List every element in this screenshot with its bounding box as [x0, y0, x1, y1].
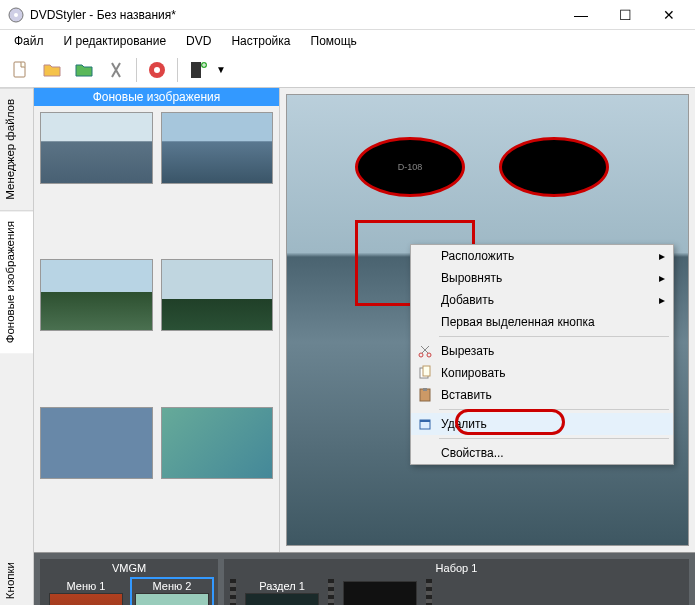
svg-rect-10: [423, 366, 430, 376]
menu-settings[interactable]: Настройка: [223, 32, 298, 50]
menu-help[interactable]: Помощь: [303, 32, 365, 50]
menu2-item[interactable]: Меню 2: [132, 579, 212, 605]
clipboard-icon: [417, 387, 433, 403]
clip2-thumb: [343, 581, 417, 605]
menu2-thumb: [135, 593, 209, 605]
film-strip-icon: [230, 579, 236, 605]
save-button[interactable]: [70, 56, 98, 84]
menu-separator: [439, 438, 669, 439]
ctx-paste[interactable]: Вставить: [411, 384, 673, 406]
clip1-thumb: [245, 593, 319, 605]
burn-button[interactable]: [143, 56, 171, 84]
menu1-item[interactable]: Меню 1: [46, 579, 126, 605]
ctx-copy-label: Копировать: [441, 366, 506, 380]
menu-file[interactable]: Файл: [6, 32, 52, 50]
new-button[interactable]: [6, 56, 34, 84]
menu1-label: Меню 1: [67, 579, 106, 593]
left-sidetabs: Менеджер файлов Фоновые изображения: [0, 88, 34, 552]
ctx-copy[interactable]: Копировать: [411, 362, 673, 384]
set1-header: Набор 1: [226, 561, 687, 575]
ctx-align[interactable]: Выровнять▸: [411, 267, 673, 289]
svg-point-8: [427, 353, 431, 357]
svg-point-1: [14, 13, 18, 17]
bg-thumb[interactable]: [40, 259, 153, 331]
ctx-add-label: Добавить: [441, 293, 494, 307]
toolbar-separator: [136, 58, 137, 82]
menu-dvd[interactable]: DVD: [178, 32, 219, 50]
tab-backgrounds[interactable]: Фоновые изображения: [0, 210, 33, 353]
ctx-cut-label: Вырезать: [441, 344, 494, 358]
ctx-arrange-label: Расположить: [441, 249, 514, 263]
ctx-first-label: Первая выделенная кнопка: [441, 315, 595, 329]
film-strip-icon: [426, 579, 432, 605]
svg-point-7: [419, 353, 423, 357]
left-panel: Фоновые изображения: [34, 88, 280, 552]
ctx-properties[interactable]: Свойства...: [411, 442, 673, 464]
vmgm-header: VMGM: [42, 561, 216, 575]
ctx-delete[interactable]: Удалить: [411, 413, 673, 435]
dvd-menu-button[interactable]: [499, 137, 609, 197]
dvd-button-label: D-108: [398, 162, 423, 172]
ctx-properties-label: Свойства...: [441, 446, 504, 460]
context-menu: Расположить▸ Выровнять▸ Добавить▸ Первая…: [410, 244, 674, 465]
window-title: DVDStyler - Без названия*: [30, 8, 559, 22]
svg-rect-5: [191, 62, 201, 78]
menu1-thumb: [49, 593, 123, 605]
titlebar: DVDStyler - Без названия* — ☐ ✕: [0, 0, 695, 30]
ctx-first-selected[interactable]: Первая выделенная кнопка: [411, 311, 673, 333]
clip1-item[interactable]: Раздел 1 2016-01-19 Suicide Squad Offici…: [242, 579, 322, 605]
close-button[interactable]: ✕: [647, 0, 691, 30]
film-strip-icon: [328, 579, 334, 605]
dropdown-icon[interactable]: ▼: [216, 64, 226, 75]
menu2-label: Меню 2: [153, 579, 192, 593]
ctx-align-label: Выровнять: [441, 271, 502, 285]
ctx-add[interactable]: Добавить▸: [411, 289, 673, 311]
bg-thumb[interactable]: [161, 112, 274, 184]
tab-file-manager[interactable]: Менеджер файлов: [0, 88, 33, 210]
settings-button[interactable]: [102, 56, 130, 84]
minimize-button[interactable]: —: [559, 0, 603, 30]
toolbar: ▼: [0, 52, 695, 88]
app-icon: [8, 7, 24, 23]
submenu-arrow-icon: ▸: [659, 271, 665, 285]
svg-rect-2: [14, 62, 25, 77]
ctx-paste-label: Вставить: [441, 388, 492, 402]
svg-rect-12: [423, 388, 427, 391]
submenu-arrow-icon: ▸: [659, 249, 665, 263]
submenu-arrow-icon: ▸: [659, 293, 665, 307]
bg-thumb[interactable]: [40, 407, 153, 479]
clip2-item[interactable]: GHOSTBUSTERS - Official Trailer (HD): [340, 579, 420, 605]
panel-title: Фоновые изображения: [34, 88, 279, 106]
bg-thumb[interactable]: [161, 407, 274, 479]
menu-edit[interactable]: И редактирование: [56, 32, 175, 50]
menu-separator: [439, 409, 669, 410]
ctx-delete-label: Удалить: [441, 417, 487, 431]
menubar: Файл И редактирование DVD Настройка Помо…: [0, 30, 695, 52]
dvd-menu-button[interactable]: D-108: [355, 137, 465, 197]
section1-label: Раздел 1: [259, 579, 305, 593]
ctx-arrange[interactable]: Расположить▸: [411, 245, 673, 267]
scissors-icon: [417, 343, 433, 359]
svg-rect-14: [420, 420, 430, 422]
maximize-button[interactable]: ☐: [603, 0, 647, 30]
copy-icon: [417, 365, 433, 381]
menu-separator: [439, 336, 669, 337]
bg-thumb[interactable]: [40, 112, 153, 184]
svg-point-4: [154, 67, 160, 73]
add-media-button[interactable]: [184, 56, 212, 84]
delete-icon: [417, 416, 433, 432]
thumbnail-grid: [34, 106, 279, 552]
toolbar-separator-2: [177, 58, 178, 82]
open-button[interactable]: [38, 56, 66, 84]
tab-buttons[interactable]: Кнопки: [0, 552, 20, 605]
timeline-sidetab: Кнопки: [0, 552, 34, 605]
bg-thumb[interactable]: [161, 259, 274, 331]
ctx-cut[interactable]: Вырезать: [411, 340, 673, 362]
timeline: VMGM Меню 1 Меню 2 Набор 1 Раздел 1: [34, 552, 695, 605]
